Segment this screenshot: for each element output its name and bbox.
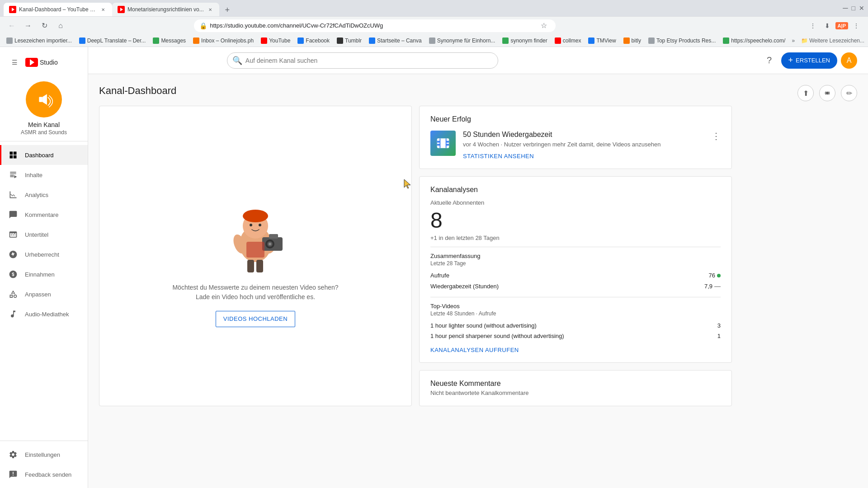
help-button[interactable]: ? xyxy=(761,52,778,69)
minimize-btn[interactable]: ─ xyxy=(843,4,848,12)
app-btn[interactable]: A|P xyxy=(835,22,848,29)
analytics-title: Kanalanalysen xyxy=(430,186,721,194)
success-title: Neuer Erfolg xyxy=(430,115,721,123)
bookmark-deepl[interactable]: DeepL Translate – Der... xyxy=(76,37,149,45)
studio-text: Studio xyxy=(40,59,58,66)
browser-tab-2[interactable]: Monetarisierungsrichtlinien vo... ✕ xyxy=(112,3,219,16)
tab1-close[interactable]: ✕ xyxy=(99,6,107,13)
audio-icon xyxy=(9,310,18,319)
back-button[interactable]: ← xyxy=(5,19,18,32)
svg-marker-0 xyxy=(12,8,14,11)
live-icon xyxy=(824,89,831,97)
tab2-close[interactable]: ✕ xyxy=(207,6,214,13)
inhalte-icon xyxy=(9,170,18,179)
success-more-btn[interactable]: ⋮ xyxy=(712,131,721,141)
bookmark-tumblr[interactable]: Tumblr xyxy=(334,37,364,45)
nav-feedback-label: Feedback senden xyxy=(25,471,71,478)
analytics-card: Kanalanalysen Aktuelle Abonnenten 8 +1 i… xyxy=(419,176,732,363)
nav-untertitel[interactable]: Untertitel xyxy=(0,225,88,244)
nav-einnahmen-label: Einnahmen xyxy=(25,271,55,278)
reload-button[interactable]: ↻ xyxy=(38,19,51,32)
sidebar: ☰ Studio xyxy=(0,47,88,488)
close-btn[interactable]: ✕ xyxy=(859,5,864,12)
nav-audio-label: Audio-Mediathek xyxy=(25,311,69,318)
new-tab-button[interactable]: + xyxy=(221,4,234,16)
more-bookmarks-btn[interactable]: » xyxy=(792,38,795,44)
bookmark-messages-favicon xyxy=(153,38,159,44)
right-column: Neuer Erfolg xyxy=(419,106,732,406)
bookmark-lesezeichen[interactable]: Lesezeichen importier... xyxy=(4,37,75,45)
user-avatar[interactable]: A xyxy=(841,52,857,69)
analytics-link[interactable]: KANALANALYSEN AUFRUFEN xyxy=(430,347,721,353)
forward-button[interactable]: → xyxy=(22,19,34,32)
bookmark-collmex[interactable]: collmex xyxy=(552,37,584,45)
search-input[interactable] xyxy=(227,52,498,69)
bookmark-synonym-finder[interactable]: synonym finder xyxy=(500,37,550,45)
browser-tab-1[interactable]: Kanal-Dashboard – YouTube St... ✕ xyxy=(4,3,112,16)
bookmark-star-icon[interactable]: ☆ xyxy=(538,19,550,32)
nav-anpassen[interactable]: Anpassen xyxy=(0,284,88,304)
bookmark-synonyme[interactable]: Synonyme für Einhorn... xyxy=(426,37,498,45)
address-input[interactable] xyxy=(210,22,535,29)
action-buttons: ⬆ ✏ xyxy=(797,85,857,101)
bookmark-inbox[interactable]: Inbox – Onlinejobs.ph xyxy=(190,37,256,45)
upload-action-btn[interactable]: ⬆ xyxy=(797,85,814,101)
nav-feedback[interactable]: Feedback senden xyxy=(0,465,88,484)
video-upload-card: Möchtest du Messwerte zu deinem neuesten… xyxy=(99,106,412,406)
wiedergabe-indicator: — xyxy=(714,282,721,290)
extensions-btn[interactable]: ⋮ xyxy=(807,19,819,32)
svg-rect-24 xyxy=(437,141,440,143)
nav-inhalte-label: Inhalte xyxy=(25,172,42,178)
bookmark-synonyme-favicon xyxy=(429,38,435,44)
stats-link[interactable]: STATISTIKEN ANSEHEN xyxy=(463,153,534,160)
achievement-separator: · xyxy=(501,141,504,148)
success-achievement-icon xyxy=(430,131,456,156)
svg-point-9 xyxy=(250,224,252,226)
bookmark-bitly[interactable]: bitly xyxy=(621,37,644,45)
bookmark-tumblr-favicon xyxy=(337,38,343,44)
bookmarks-folder-btn[interactable]: 📁 Weitere Lesezeichen... xyxy=(801,38,864,44)
bookmark-etsy[interactable]: Top Etsy Products Res... xyxy=(646,37,718,45)
nav-dashboard[interactable]: Dashboard xyxy=(0,145,88,165)
top-videos-title: Top-Videos xyxy=(430,303,721,310)
nav-inhalte[interactable]: Inhalte xyxy=(0,165,88,185)
browser-chrome: Kanal-Dashboard – YouTube St... ✕ Moneta… xyxy=(0,0,868,47)
home-button[interactable]: ⌂ xyxy=(54,19,67,32)
aufrufe-indicator xyxy=(717,274,721,277)
address-bar[interactable]: 🔒 ☆ xyxy=(194,19,556,32)
upload-button[interactable]: VIDEOS HOCHLADEN xyxy=(216,311,295,327)
create-button[interactable]: + ERSTELLEN xyxy=(781,52,837,69)
edit-action-btn[interactable]: ✏ xyxy=(841,85,857,101)
bookmark-facebook[interactable]: Facebook xyxy=(295,37,332,45)
hamburger-icon: ☰ xyxy=(12,59,18,66)
live-action-btn[interactable] xyxy=(819,85,835,101)
nav-analytics[interactable]: Analytics xyxy=(0,185,88,205)
bookmark-canva[interactable]: Startseite – Canva xyxy=(366,37,425,45)
nav-einstellungen[interactable]: Einstellungen xyxy=(0,445,88,465)
untertitel-icon xyxy=(9,230,18,239)
anpassen-icon xyxy=(9,290,18,299)
nav-audio[interactable]: Audio-Mediathek xyxy=(0,304,88,324)
nav-einnahmen[interactable]: Einnahmen xyxy=(0,264,88,284)
nav-kommentare[interactable]: Kommentare xyxy=(0,205,88,225)
svg-rect-25 xyxy=(446,141,449,143)
more-options-btn[interactable]: ⋮ xyxy=(850,19,863,32)
stat-row-wiedergabe: Wiedergabezeit (Stunden) 7,9 — xyxy=(430,281,721,291)
top-videos-period: Letzte 48 Stunden · Aufrufe xyxy=(430,310,721,317)
downloads-btn[interactable]: ⬇ xyxy=(821,19,834,32)
bookmark-inbox-label: Inbox – Onlinejobs.ph xyxy=(201,38,254,44)
svg-rect-21 xyxy=(437,138,449,148)
bookmark-youtube[interactable]: YouTube xyxy=(258,37,293,45)
nav-urheberrecht-label: Urheberrecht xyxy=(25,251,59,258)
restore-btn[interactable]: □ xyxy=(852,5,855,12)
hamburger-button[interactable]: ☰ xyxy=(7,55,22,70)
bookmark-facebook-label: Facebook xyxy=(306,38,330,44)
nav-urheberrecht[interactable]: Urheberrecht xyxy=(0,244,88,264)
bookmark-tmview[interactable]: TMView xyxy=(585,37,618,45)
main-content: Kanal-Dashboard ⬆ ✏ xyxy=(88,74,868,488)
header-right: ? + ERSTELLEN A xyxy=(761,52,857,69)
bookmark-messages[interactable]: Messages xyxy=(150,37,189,45)
bookmark-speechelo[interactable]: https://speechelo.com/ xyxy=(720,37,788,45)
bookmark-facebook-favicon xyxy=(297,38,304,44)
browser-tabs: Kanal-Dashboard – YouTube St... ✕ Moneta… xyxy=(4,0,234,16)
